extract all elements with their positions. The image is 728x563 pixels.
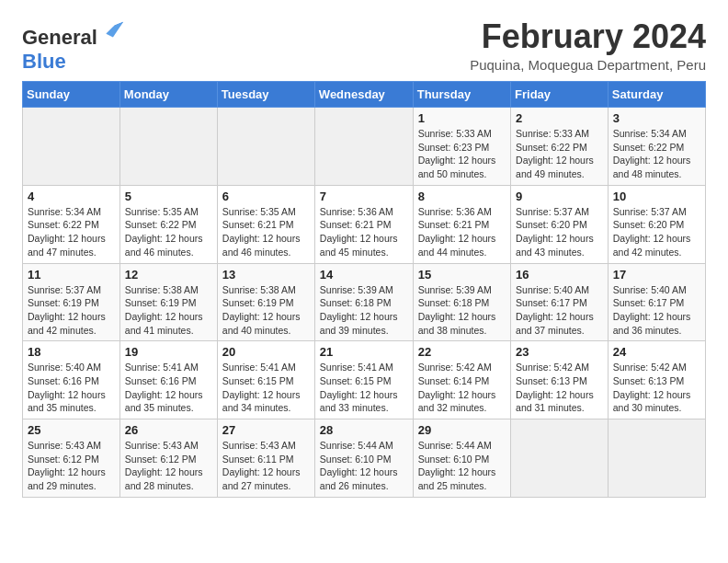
day-info: Sunrise: 5:41 AMSunset: 6:15 PMDaylight:… (222, 361, 310, 415)
calendar-cell: 3Sunrise: 5:34 AMSunset: 6:22 PMDaylight… (608, 108, 705, 186)
calendar-cell: 18Sunrise: 5:40 AMSunset: 6:16 PMDayligh… (23, 341, 120, 419)
location-subtitle: Puquina, Moquegua Department, Peru (470, 57, 706, 73)
title-area: February 2024 Puquina, Moquegua Departme… (470, 18, 706, 73)
day-info: Sunrise: 5:42 AMSunset: 6:14 PMDaylight:… (418, 361, 506, 415)
calendar-cell: 1Sunrise: 5:33 AMSunset: 6:23 PMDaylight… (413, 108, 510, 186)
day-info: Sunrise: 5:39 AMSunset: 6:18 PMDaylight:… (418, 283, 506, 338)
weekday-header-wednesday: Wednesday (314, 82, 413, 108)
day-number: 25 (28, 423, 115, 437)
day-number: 10 (613, 190, 700, 203)
weekday-header-monday: Monday (119, 82, 217, 108)
day-number: 4 (28, 190, 115, 203)
logo-general: General (22, 26, 97, 49)
day-info: Sunrise: 5:40 AMSunset: 6:17 PMDaylight:… (613, 283, 700, 338)
day-info: Sunrise: 5:38 AMSunset: 6:19 PMDaylight:… (222, 283, 310, 338)
calendar-week-row: 18Sunrise: 5:40 AMSunset: 6:16 PMDayligh… (23, 341, 706, 419)
day-info: Sunrise: 5:39 AMSunset: 6:18 PMDaylight:… (320, 283, 408, 338)
calendar-header-row: SundayMondayTuesdayWednesdayThursdayFrid… (23, 82, 706, 108)
logo-text: General Blue (22, 18, 125, 74)
day-number: 23 (516, 345, 603, 359)
calendar-cell: 28Sunrise: 5:44 AMSunset: 6:10 PMDayligh… (314, 419, 413, 498)
calendar-cell: 22Sunrise: 5:42 AMSunset: 6:14 PMDayligh… (413, 341, 510, 419)
day-number: 11 (28, 268, 115, 282)
day-info: Sunrise: 5:35 AMSunset: 6:22 PMDaylight:… (125, 205, 212, 259)
calendar-cell: 9Sunrise: 5:37 AMSunset: 6:20 PMDaylight… (511, 185, 609, 263)
day-number: 26 (125, 423, 212, 437)
day-number: 15 (418, 268, 506, 282)
day-info: Sunrise: 5:37 AMSunset: 6:20 PMDaylight:… (516, 205, 603, 259)
day-number: 16 (516, 268, 603, 282)
day-number: 3 (613, 111, 700, 125)
day-number: 5 (125, 190, 212, 203)
day-number: 21 (320, 345, 408, 359)
logo-blue: Blue (22, 50, 66, 73)
day-info: Sunrise: 5:34 AMSunset: 6:22 PMDaylight:… (613, 127, 700, 181)
svg-marker-1 (106, 22, 123, 38)
calendar-week-row: 1Sunrise: 5:33 AMSunset: 6:23 PMDaylight… (23, 108, 706, 186)
calendar-table: SundayMondayTuesdayWednesdayThursdayFrid… (22, 81, 706, 498)
calendar-cell: 19Sunrise: 5:41 AMSunset: 6:16 PMDayligh… (119, 341, 217, 419)
calendar-cell: 11Sunrise: 5:37 AMSunset: 6:19 PMDayligh… (23, 263, 120, 341)
calendar-cell: 2Sunrise: 5:33 AMSunset: 6:22 PMDaylight… (511, 108, 609, 186)
day-info: Sunrise: 5:44 AMSunset: 6:10 PMDaylight:… (418, 439, 506, 493)
day-info: Sunrise: 5:36 AMSunset: 6:21 PMDaylight:… (320, 205, 408, 259)
day-info: Sunrise: 5:37 AMSunset: 6:19 PMDaylight:… (28, 283, 115, 338)
weekday-header-tuesday: Tuesday (217, 82, 314, 108)
calendar-cell: 14Sunrise: 5:39 AMSunset: 6:18 PMDayligh… (314, 263, 413, 341)
calendar-cell: 15Sunrise: 5:39 AMSunset: 6:18 PMDayligh… (413, 263, 510, 341)
day-number: 6 (222, 190, 310, 203)
day-number: 18 (28, 345, 115, 359)
day-number: 22 (418, 345, 506, 359)
day-number: 14 (320, 268, 408, 282)
day-info: Sunrise: 5:42 AMSunset: 6:13 PMDaylight:… (613, 361, 700, 415)
calendar-cell: 6Sunrise: 5:35 AMSunset: 6:21 PMDaylight… (217, 185, 314, 263)
calendar-cell: 4Sunrise: 5:34 AMSunset: 6:22 PMDaylight… (23, 185, 120, 263)
calendar-cell: 24Sunrise: 5:42 AMSunset: 6:13 PMDayligh… (608, 341, 705, 419)
calendar-cell: 8Sunrise: 5:36 AMSunset: 6:21 PMDaylight… (413, 185, 510, 263)
logo: General Blue (22, 18, 125, 74)
day-number: 2 (516, 111, 603, 125)
day-number: 17 (613, 268, 700, 282)
day-info: Sunrise: 5:43 AMSunset: 6:12 PMDaylight:… (125, 439, 212, 493)
day-number: 27 (222, 423, 310, 437)
calendar-cell: 16Sunrise: 5:40 AMSunset: 6:17 PMDayligh… (511, 263, 609, 341)
calendar-cell: 25Sunrise: 5:43 AMSunset: 6:12 PMDayligh… (23, 419, 120, 498)
day-number: 20 (222, 345, 310, 359)
calendar-cell: 23Sunrise: 5:42 AMSunset: 6:13 PMDayligh… (511, 341, 609, 419)
calendar-cell (511, 419, 609, 498)
calendar-cell (314, 108, 413, 186)
day-info: Sunrise: 5:37 AMSunset: 6:20 PMDaylight:… (613, 205, 700, 259)
day-number: 7 (320, 190, 408, 203)
calendar-cell (23, 108, 120, 186)
page-header: General Blue February 2024 Puquina, Moqu… (22, 18, 706, 74)
month-title: February 2024 (470, 18, 706, 55)
day-number: 1 (418, 111, 506, 125)
day-info: Sunrise: 5:44 AMSunset: 6:10 PMDaylight:… (320, 439, 408, 493)
weekday-header-friday: Friday (511, 82, 609, 108)
day-info: Sunrise: 5:43 AMSunset: 6:12 PMDaylight:… (28, 439, 115, 493)
day-info: Sunrise: 5:38 AMSunset: 6:19 PMDaylight:… (125, 283, 212, 338)
day-info: Sunrise: 5:42 AMSunset: 6:13 PMDaylight:… (516, 361, 603, 415)
day-number: 12 (125, 268, 212, 282)
day-info: Sunrise: 5:41 AMSunset: 6:16 PMDaylight:… (125, 361, 212, 415)
weekday-header-thursday: Thursday (413, 82, 510, 108)
day-info: Sunrise: 5:36 AMSunset: 6:21 PMDaylight:… (418, 205, 506, 259)
day-info: Sunrise: 5:40 AMSunset: 6:16 PMDaylight:… (28, 361, 115, 415)
calendar-cell (217, 108, 314, 186)
day-info: Sunrise: 5:34 AMSunset: 6:22 PMDaylight:… (28, 205, 115, 259)
day-number: 19 (125, 345, 212, 359)
calendar-cell: 26Sunrise: 5:43 AMSunset: 6:12 PMDayligh… (119, 419, 217, 498)
day-number: 29 (418, 423, 506, 437)
day-info: Sunrise: 5:35 AMSunset: 6:21 PMDaylight:… (222, 205, 310, 259)
calendar-cell: 27Sunrise: 5:43 AMSunset: 6:11 PMDayligh… (217, 419, 314, 498)
day-number: 28 (320, 423, 408, 437)
day-number: 24 (613, 345, 700, 359)
calendar-cell: 20Sunrise: 5:41 AMSunset: 6:15 PMDayligh… (217, 341, 314, 419)
day-info: Sunrise: 5:43 AMSunset: 6:11 PMDaylight:… (222, 439, 310, 493)
calendar-cell: 13Sunrise: 5:38 AMSunset: 6:19 PMDayligh… (217, 263, 314, 341)
day-info: Sunrise: 5:41 AMSunset: 6:15 PMDaylight:… (320, 361, 408, 415)
calendar-cell (608, 419, 705, 498)
logo-bird-icon (99, 18, 125, 44)
calendar-cell: 29Sunrise: 5:44 AMSunset: 6:10 PMDayligh… (413, 419, 510, 498)
calendar-week-row: 4Sunrise: 5:34 AMSunset: 6:22 PMDaylight… (23, 185, 706, 263)
